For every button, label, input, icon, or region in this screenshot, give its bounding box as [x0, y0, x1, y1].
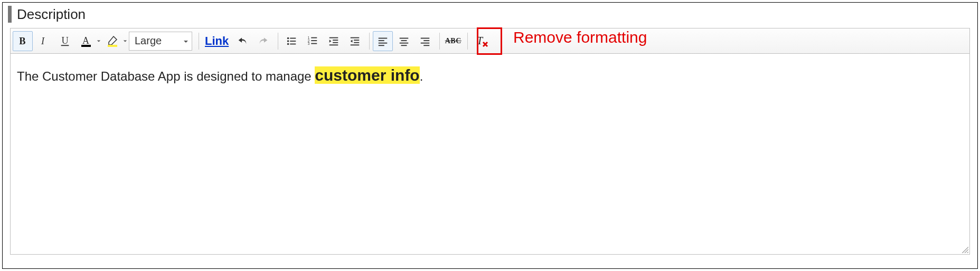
undo-icon: [237, 35, 248, 47]
strikethrough-button[interactable]: ABC: [443, 31, 463, 51]
link-button[interactable]: Link: [202, 31, 231, 51]
svg-text:U: U: [62, 35, 69, 46]
svg-rect-32: [401, 40, 407, 41]
highlight-menu-button[interactable]: [123, 39, 128, 43]
indent-button[interactable]: [324, 31, 344, 51]
svg-text:3: 3: [308, 42, 310, 45]
align-left-icon: [377, 35, 389, 47]
svg-line-42: [967, 252, 968, 253]
svg-text:A: A: [82, 35, 89, 46]
text-color-icon: A: [80, 35, 92, 47]
align-right-button[interactable]: [415, 31, 435, 51]
svg-rect-5: [81, 45, 91, 47]
bold-icon: B: [17, 36, 28, 46]
svg-rect-25: [354, 42, 359, 43]
svg-rect-26: [351, 44, 360, 45]
caret-down-icon: [183, 39, 189, 44]
outdent-icon: [349, 35, 361, 47]
highlight-button[interactable]: [102, 31, 123, 51]
field-label: Description: [17, 6, 86, 23]
link-label: Link: [205, 34, 229, 48]
toolbar-separator: [439, 33, 440, 50]
remove-formatting-icon: T: [476, 35, 488, 47]
svg-text:I: I: [41, 36, 45, 46]
svg-rect-22: [329, 44, 338, 45]
align-center-button[interactable]: [394, 31, 414, 51]
toolbar-separator: [369, 33, 370, 50]
caret-down-icon: [123, 39, 127, 43]
indent-icon: [328, 35, 340, 47]
svg-rect-28: [379, 40, 384, 41]
svg-point-11: [287, 43, 289, 45]
toolbar-separator: [467, 33, 468, 50]
numbered-list-icon: 1 2 3: [307, 35, 318, 47]
svg-rect-18: [311, 43, 317, 44]
font-size-select[interactable]: Large: [129, 32, 192, 51]
italic-button[interactable]: I: [34, 31, 54, 51]
redo-icon: [258, 35, 269, 47]
redo-button[interactable]: [253, 31, 274, 51]
underline-icon: U: [59, 35, 71, 47]
svg-rect-8: [290, 37, 296, 38]
undo-button[interactable]: [232, 31, 252, 51]
font-size-value: Large: [135, 35, 162, 47]
svg-text:T: T: [477, 35, 484, 46]
svg-rect-12: [290, 43, 296, 44]
align-center-icon: [398, 35, 410, 47]
italic-icon: I: [39, 36, 49, 46]
align-right-icon: [419, 35, 431, 47]
svg-point-9: [287, 40, 289, 42]
field-label-row: Description: [3, 3, 977, 28]
svg-rect-19: [329, 37, 338, 38]
svg-rect-35: [421, 37, 430, 38]
svg-rect-14: [311, 37, 317, 38]
editor-content[interactable]: The Customer Database App is designed to…: [11, 54, 969, 254]
remove-formatting-button[interactable]: T: [472, 31, 492, 51]
svg-rect-24: [354, 40, 359, 41]
svg-rect-34: [401, 45, 407, 46]
text-color-menu-button[interactable]: [96, 39, 101, 43]
outdent-button[interactable]: [345, 31, 365, 51]
numbered-list-button[interactable]: 1 2 3: [303, 31, 323, 51]
text-color-button[interactable]: A: [76, 31, 96, 51]
editor-toolbar: B I U A: [11, 28, 969, 54]
svg-rect-21: [333, 42, 338, 43]
svg-rect-16: [311, 40, 317, 41]
toolbar-separator: [199, 33, 199, 50]
bullet-list-icon: [286, 35, 297, 47]
svg-rect-30: [379, 45, 384, 46]
svg-rect-38: [423, 45, 429, 46]
strikethrough-icon: ABC: [445, 37, 461, 45]
description-editor-frame: Description B I U A: [2, 2, 978, 269]
svg-rect-29: [379, 42, 388, 43]
caret-down-icon: [97, 39, 101, 43]
svg-rect-6: [108, 45, 117, 47]
align-left-button[interactable]: [373, 31, 393, 51]
editor-text: The Customer Database App is designed to…: [17, 69, 423, 83]
svg-rect-31: [400, 37, 409, 38]
svg-rect-37: [421, 42, 430, 43]
toolbar-separator: [278, 33, 278, 50]
svg-rect-20: [333, 40, 338, 41]
svg-rect-33: [400, 42, 409, 43]
annotation-label: Remove formatting: [513, 28, 647, 46]
svg-rect-10: [290, 41, 296, 42]
svg-rect-36: [423, 40, 429, 41]
svg-point-7: [287, 37, 289, 39]
svg-rect-23: [351, 37, 360, 38]
field-marker: [8, 6, 12, 23]
rich-text-editor: B I U A: [10, 28, 970, 255]
underline-button[interactable]: U: [55, 31, 75, 51]
resize-grip-icon[interactable]: [961, 246, 968, 253]
svg-text:B: B: [19, 36, 25, 46]
svg-rect-27: [379, 37, 388, 38]
bold-button[interactable]: B: [13, 31, 33, 51]
highlight-icon: [106, 35, 119, 47]
bullet-list-button[interactable]: [281, 31, 301, 51]
